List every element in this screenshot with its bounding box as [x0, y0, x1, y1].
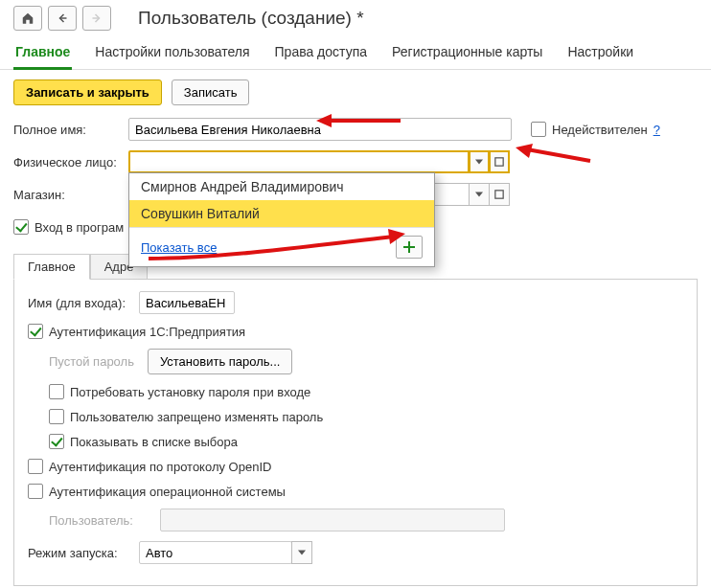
os-user-label: Пользователь: — [49, 513, 160, 528]
set-pwd-button[interactable]: Установить пароль... — [148, 349, 292, 374]
user-cannot-change-label: Пользователю запрещено изменять пароль — [70, 410, 323, 424]
home-button[interactable] — [13, 6, 42, 31]
login-allowed-label: Вход в програм — [34, 220, 124, 235]
help-link[interactable]: ? — [654, 123, 660, 137]
empty-pwd-label: Пустой пароль — [49, 354, 134, 369]
auth-os-checkbox[interactable] — [28, 484, 43, 499]
user-cannot-change-checkbox[interactable] — [49, 409, 64, 424]
show-in-list-checkbox[interactable] — [49, 434, 64, 449]
svg-rect-0 — [495, 158, 503, 166]
require-pwd-label: Потребовать установку пароля при входе — [70, 385, 310, 399]
fullname-label: Полное имя: — [13, 123, 128, 137]
main-tab-bar: Главное Настройки пользователя Права дос… — [0, 34, 711, 70]
inner-tab-main[interactable]: Главное — [13, 254, 90, 280]
person-open-button[interactable] — [489, 150, 510, 173]
login-name-input[interactable] — [139, 291, 235, 314]
fullname-input[interactable] — [128, 118, 512, 141]
add-new-button[interactable] — [396, 236, 423, 259]
person-dropdown-button[interactable] — [469, 150, 490, 173]
require-pwd-checkbox[interactable] — [49, 384, 64, 399]
os-user-input[interactable] — [160, 509, 505, 531]
launch-mode-dropdown-button[interactable] — [291, 541, 312, 564]
save-button[interactable]: Записать — [172, 79, 250, 105]
auth-os-label: Аутентификация операционной системы — [49, 485, 286, 499]
dropdown-item-1[interactable]: Совушкин Виталий — [129, 200, 434, 227]
svg-rect-1 — [495, 191, 503, 198]
back-button[interactable] — [48, 6, 77, 31]
invalid-checkbox[interactable] — [531, 122, 546, 137]
launch-mode-input[interactable] — [139, 541, 292, 564]
save-and-close-button[interactable]: Записать и закрыть — [13, 79, 162, 105]
auth-openid-checkbox[interactable] — [28, 459, 43, 474]
show-in-list-label: Показывать в списке выбора — [70, 435, 238, 449]
tab-settings[interactable]: Настройки — [565, 40, 635, 69]
tab-access-rights[interactable]: Права доступа — [273, 40, 369, 69]
auth-1c-checkbox[interactable] — [28, 324, 43, 339]
tab-user-settings[interactable]: Настройки пользователя — [93, 40, 251, 69]
store-dropdown-button[interactable] — [469, 183, 490, 206]
store-label: Магазин: — [13, 188, 128, 202]
dropdown-item-0[interactable]: Смирнов Андрей Владимирович — [129, 173, 434, 200]
tab-reg-cards[interactable]: Регистрационные карты — [390, 40, 544, 69]
invalid-label: Недействителен — [552, 123, 648, 137]
login-name-label: Имя (для входа): — [28, 296, 139, 310]
page-title: Пользователь (создание) * — [138, 8, 364, 29]
tab-main[interactable]: Главное — [13, 40, 72, 70]
login-allowed-checkbox[interactable] — [13, 219, 29, 235]
auth-1c-label: Аутентификация 1С:Предприятия — [49, 325, 245, 339]
auth-openid-label: Аутентификация по протоколу OpenID — [49, 460, 271, 474]
person-dropdown-popup: Смирнов Андрей Владимирович Совушкин Вит… — [128, 172, 435, 267]
person-input[interactable] — [128, 150, 470, 173]
store-open-button[interactable] — [489, 183, 510, 206]
person-label: Физическое лицо: — [13, 155, 128, 170]
forward-button[interactable] — [82, 6, 111, 31]
launch-mode-label: Режим запуска: — [28, 546, 139, 560]
show-all-link[interactable]: Показать все — [141, 240, 217, 255]
